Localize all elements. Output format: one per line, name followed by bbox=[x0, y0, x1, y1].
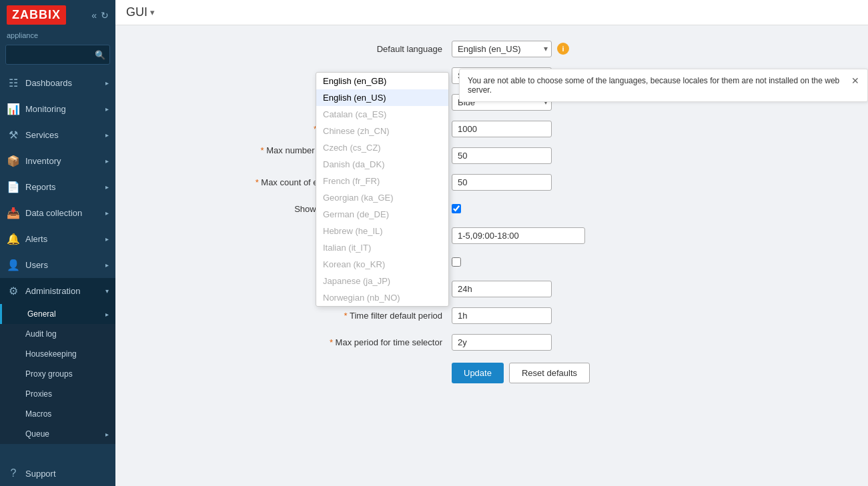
show-warning-checkbox[interactable] bbox=[452, 204, 461, 213]
sidebar-item-services[interactable]: ⚒ Services ▸ bbox=[0, 122, 115, 148]
limit-search-input[interactable] bbox=[452, 121, 552, 137]
sidebar-item-administration[interactable]: ⚙ Administration ▾ bbox=[0, 278, 115, 304]
sidebar-item-label: Users bbox=[25, 260, 100, 270]
default-language-select[interactable]: English (en_US) bbox=[452, 41, 552, 57]
sidebar-item-alerts[interactable]: 🔔 Alerts ▸ bbox=[0, 226, 115, 252]
services-icon: ⚒ bbox=[7, 129, 20, 141]
logo: ZABBIX bbox=[7, 5, 66, 25]
collapse-icon[interactable]: « bbox=[91, 10, 97, 21]
sidebar-item-audit-log[interactable]: Audit log bbox=[0, 324, 115, 344]
lang-option-fr-fr[interactable]: French (fr_FR) bbox=[316, 173, 448, 189]
sidebar-item-monitoring[interactable]: 📊 Monitoring ▸ bbox=[0, 96, 115, 122]
chevron-right-icon: ▸ bbox=[105, 131, 109, 139]
search-icon: 🔍 bbox=[95, 50, 105, 60]
search-box[interactable]: 🔍 bbox=[5, 45, 110, 65]
info-icon[interactable]: i bbox=[557, 43, 569, 55]
sidebar-item-label: Administration bbox=[25, 286, 100, 296]
search-input[interactable] bbox=[10, 47, 95, 62]
dashboards-icon: ☷ bbox=[7, 77, 20, 89]
lang-option-en-us[interactable]: English (en_US) bbox=[316, 89, 448, 106]
lang-option-ko-kr[interactable]: Korean (ko_KR) bbox=[316, 256, 448, 273]
macros-label: Macros bbox=[25, 409, 51, 419]
sidebar-controls: « ↻ bbox=[91, 10, 109, 21]
max-history-input[interactable] bbox=[452, 281, 552, 297]
default-language-label: Default language bbox=[238, 44, 452, 54]
max-period-input[interactable] bbox=[452, 334, 552, 351]
sidebar-item-inventory[interactable]: 📦 Inventory ▸ bbox=[0, 148, 115, 174]
max-columns-input[interactable] bbox=[452, 147, 552, 164]
sidebar-item-dashboards[interactable]: ☷ Dashboards ▸ bbox=[0, 70, 115, 96]
info-close-button[interactable]: ✕ bbox=[851, 76, 859, 85]
admin-submenu: General ▸ Audit log Housekeeping Proxy g… bbox=[0, 304, 115, 444]
show-warning-control bbox=[452, 204, 745, 213]
sidebar-item-proxy-groups[interactable]: Proxy groups bbox=[0, 364, 115, 384]
show-technical-errors-checkbox[interactable] bbox=[452, 257, 461, 267]
refresh-icon[interactable]: ↻ bbox=[101, 10, 109, 21]
lang-option-nb-no[interactable]: Norwegian (nb_NO) bbox=[316, 289, 448, 306]
limit-search-row: * Limit for search and filter results bbox=[238, 119, 745, 139]
support-icon: ? bbox=[7, 467, 20, 479]
chevron-right-icon: ▸ bbox=[105, 431, 109, 438]
general-label: General bbox=[27, 309, 56, 319]
chevron-right-icon: ▸ bbox=[105, 235, 109, 243]
sidebar-item-support[interactable]: ? Support bbox=[0, 461, 115, 486]
lang-option-he-il[interactable]: Hebrew (he_IL) bbox=[316, 223, 448, 239]
default-language-row: Default language English (en_US) i bbox=[238, 39, 745, 59]
working-time-input[interactable] bbox=[452, 227, 585, 244]
administration-icon: ⚙ bbox=[7, 285, 20, 297]
max-history-control bbox=[452, 281, 745, 297]
proxy-groups-label: Proxy groups bbox=[25, 369, 73, 379]
show-technical-errors-row: Show technical errors bbox=[238, 252, 745, 272]
reset-defaults-button[interactable]: Reset defaults bbox=[509, 363, 590, 383]
page-title: GUI ▾ bbox=[126, 5, 155, 19]
sidebar-item-macros[interactable]: Macros bbox=[0, 404, 115, 424]
sidebar-item-label: Dashboards bbox=[25, 78, 100, 88]
lang-option-ja-jp[interactable]: Japanese (ja_JP) bbox=[316, 273, 448, 289]
max-elements-input[interactable] bbox=[452, 174, 552, 191]
monitoring-icon: 📊 bbox=[7, 103, 20, 115]
lang-option-it-it[interactable]: Italian (it_IT) bbox=[316, 239, 448, 256]
audit-log-label: Audit log bbox=[25, 329, 57, 339]
time-filter-input[interactable] bbox=[452, 307, 552, 324]
sidebar-item-proxies[interactable]: Proxies bbox=[0, 384, 115, 404]
sidebar-item-queue[interactable]: Queue ▸ bbox=[0, 424, 115, 444]
main-content: GUI ▾ Default language English (en_US) i bbox=[115, 0, 868, 486]
show-technical-errors-toggle-wrap bbox=[452, 257, 461, 267]
sidebar-item-users[interactable]: 👤 Users ▸ bbox=[0, 252, 115, 278]
page-title-arrow[interactable]: ▾ bbox=[150, 7, 155, 17]
lang-option-ca-es[interactable]: Catalan (ca_ES) bbox=[316, 106, 448, 123]
sidebar: ZABBIX « ↻ appliance 🔍 ☷ Dashboards ▸ 📊 … bbox=[0, 0, 115, 486]
lang-option-en-gb[interactable]: English (en_GB) bbox=[316, 73, 448, 89]
chevron-right-icon: ▸ bbox=[105, 105, 109, 113]
inventory-icon: 📦 bbox=[7, 155, 20, 167]
sidebar-item-label: Reports bbox=[25, 182, 100, 192]
sidebar-item-data-collection[interactable]: 📥 Data collection ▸ bbox=[0, 200, 115, 226]
queue-label: Queue bbox=[25, 429, 49, 439]
sidebar-item-housekeeping[interactable]: Housekeeping bbox=[0, 344, 115, 364]
max-columns-row: * Max number of columns and rows in over… bbox=[238, 145, 745, 165]
language-dropdown-overlay: English (en_GB) English (en_US) Catalan … bbox=[316, 72, 449, 307]
default-language-control: English (en_US) i bbox=[452, 41, 745, 57]
max-elements-control bbox=[452, 174, 745, 191]
appliance-label: appliance bbox=[0, 30, 115, 45]
working-time-row: * Working time bbox=[238, 225, 745, 245]
lang-option-zh-cn[interactable]: Chinese (zh_CN) bbox=[316, 123, 448, 139]
info-tooltip-box: You are not able to choose some of the l… bbox=[459, 69, 868, 102]
lang-option-de-de[interactable]: German (de_DE) bbox=[316, 206, 448, 223]
lang-option-da-dk[interactable]: Danish (da_DK) bbox=[316, 156, 448, 173]
sidebar-item-label: Data collection bbox=[25, 208, 100, 218]
time-filter-control bbox=[452, 307, 745, 324]
lang-option-ka-ge[interactable]: Georgian (ka_GE) bbox=[316, 189, 448, 206]
content-area: Default language English (en_US) i Defau… bbox=[115, 25, 868, 486]
sidebar-item-label: Inventory bbox=[25, 156, 100, 166]
max-period-row: * Max period for time selector bbox=[238, 332, 745, 352]
update-button[interactable]: Update bbox=[452, 363, 504, 383]
data-collection-icon: 📥 bbox=[7, 207, 20, 219]
form-buttons: Update Reset defaults bbox=[452, 363, 745, 383]
sidebar-item-general[interactable]: General ▸ bbox=[0, 304, 115, 324]
lang-option-cs-cz[interactable]: Czech (cs_CZ) bbox=[316, 139, 448, 156]
sidebar-item-reports[interactable]: 📄 Reports ▸ bbox=[0, 174, 115, 200]
show-warning-toggle-wrap bbox=[452, 204, 461, 213]
alerts-icon: 🔔 bbox=[7, 233, 20, 245]
chevron-right-icon: ▸ bbox=[105, 157, 109, 165]
